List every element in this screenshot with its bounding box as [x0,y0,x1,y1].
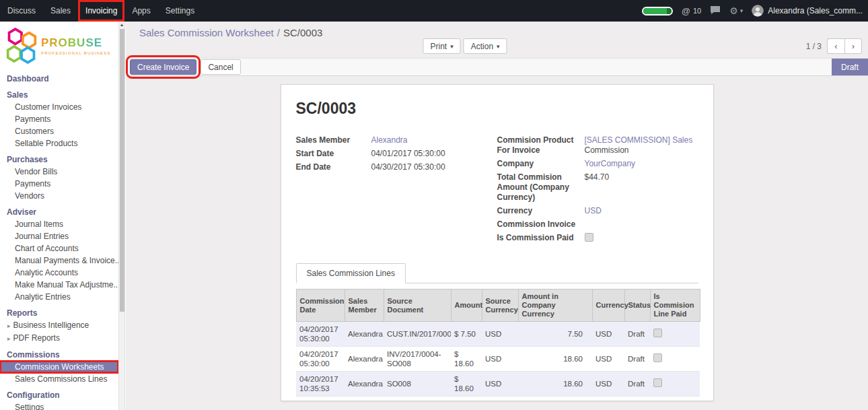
cell-member: Alexandra [345,372,384,397]
cell-source-currency: USD [482,347,518,372]
scroll-up-icon[interactable]: ▲ [119,22,124,28]
user-menu[interactable]: Alexandra (Sales_comm... [752,5,863,17]
sidebar-item-chart-of-accounts[interactable]: Chart of Accounts [0,242,118,254]
cell-status: Draft [624,347,650,372]
sidebar-item-payments-purchases[interactable]: Payments [0,178,118,190]
cell-document: INV/2017/0004-SO008 [384,347,451,372]
cell-date: 04/20/2017 10:35:53 [296,372,345,397]
breadcrumb: Sales Commission Worksheet/SC/0003 [139,27,322,38]
sidebar-item-commission-worksheets[interactable]: Commission Worksheets [0,361,118,373]
end-date-label: End Date [296,162,363,172]
sidebar-item-journal-items[interactable]: Journal Items [0,218,118,230]
breadcrumb-parent[interactable]: Sales Commission Worksheet [139,27,274,38]
cell-source-currency: USD [482,322,518,347]
cell-date: 04/20/2017 05:30:00 [296,322,345,347]
sidebar-item-sales-commissions-lines[interactable]: Sales Commissions Lines [0,373,118,385]
company-link[interactable]: YourCompany [585,159,636,168]
control-panel: Sales Commission Worksheet/SC/0003 Print… [126,22,868,58]
header-currency: Currency [592,289,624,322]
chat-icon[interactable] [710,5,721,17]
currency-link[interactable]: USD [585,206,602,215]
print-button[interactable]: Print ▾ [423,38,461,54]
planner-progress-fill [643,8,672,14]
create-invoice-button[interactable]: Create Invoice [130,59,196,75]
cell-currency: USD [592,372,624,397]
total-commission-value: $44.70 [585,172,698,203]
sidebar-item-dashboard[interactable]: Dashboard [0,72,118,85]
sidebar: PROBUSE PROFESSIONAL BUSINESS Dashboard … [0,22,125,410]
is-commission-paid-label: Is Commission Paid [497,233,577,244]
field-groups: Sales Member Alexandra Start Date 04/01/… [296,135,698,244]
user-name: Alexandra (Sales_comm... [768,6,863,15]
cell-source-currency: USD [482,372,518,397]
control-panel-buttons: Print ▾ Action ▾ [423,38,507,54]
sidebar-section-reports[interactable]: Reports [0,306,118,319]
sidebar-item-sellable-products[interactable]: Sellable Products [0,137,118,149]
table-row[interactable]: 04/20/2017 05:30:00 Alexandra CUST.IN/20… [296,322,700,347]
pager-value: 1 / 3 [806,42,822,51]
sidebar-item-settings[interactable]: Settings [0,401,118,410]
sidebar-item-analytic-entries[interactable]: Analytic Entries [0,291,118,303]
debug-menu-button[interactable]: ⚙ ▾ [729,5,743,16]
sidebar-section-commissions[interactable]: Commissions [0,348,118,361]
company-label: Company [497,159,577,169]
pager-previous-button[interactable]: ‹ [827,38,844,54]
sidebar-item-journal-entries[interactable]: Journal Entries [0,230,118,242]
sidebar-item-customer-invoices[interactable]: Customer Invoices [0,101,118,113]
sidebar-item-vendor-bills[interactable]: Vendor Bills [0,166,118,178]
sidebar-item-manual-payments-invoice[interactable]: Manual Payments & Invoice... [0,254,118,267]
tab-sales-commission-lines[interactable]: Sales Commission Lines [296,263,406,283]
field-group-left: Sales Member Alexandra Start Date 04/01/… [296,135,497,244]
commission-product-link[interactable]: [SALES COMMISSION] Sales [585,135,693,145]
sidebar-item-make-manual-tax-adjustments[interactable]: Make Manual Tax Adjustme... [0,279,118,291]
header-commission-date: Commission Date [296,289,345,322]
menu-discuss[interactable]: Discuss [0,0,43,22]
sidebar-section-sales[interactable]: Sales [0,88,118,101]
cell-status: Draft [624,322,650,347]
header-source-document: Source Document [384,289,451,322]
probuse-hexagons-icon [5,27,38,65]
commission-product-value: [SALES COMMISSION] Sales Commission [585,135,698,156]
pager-next-button[interactable]: › [844,38,862,54]
form-view: SC/0003 Sales Member Alexandra Start Dat… [126,77,868,410]
sidebar-item-business-intelligence[interactable]: ▸Business Intelligence [0,319,118,332]
cell-amount: $ 18.60 [451,347,482,372]
at-sign-icon: @ [682,6,690,16]
menu-sales[interactable]: Sales [43,0,78,22]
sidebar-item-vendors[interactable]: Vendors [0,190,118,202]
menu-apps[interactable]: Apps [124,0,157,22]
sidebar-item-label: PDF Reports [13,333,60,343]
brand-tagline: PROFESSIONAL BUSINESS [41,51,111,55]
cell-status: Draft [624,372,650,397]
header-source-currency: Source Currency [482,289,518,322]
sidebar-item-customers[interactable]: Customers [0,125,118,137]
scrollbar-thumb[interactable] [120,29,124,312]
sidebar-item-payments-sales[interactable]: Payments [0,113,118,125]
cell-document: CUST.IN/2017/0001 [384,322,451,347]
status-badge: Draft [832,59,868,75]
menu-settings[interactable]: Settings [158,0,202,22]
sidebar-section-purchases[interactable]: Purchases [0,153,118,166]
menu-invoicing[interactable]: Invoicing [78,0,124,22]
currency-label: Currency [497,206,577,216]
sales-member-link[interactable]: Alexandra [371,135,408,145]
is-commission-paid-checkbox [585,233,593,242]
table-row[interactable]: 04/20/2017 10:35:53 Alexandra SO008 $ 18… [296,372,700,397]
probuse-logo: PROBUSE PROFESSIONAL BUSINESS [0,22,124,69]
expand-arrow-icon: ▸ [7,335,11,342]
sidebar-item-pdf-reports[interactable]: ▸PDF Reports [0,332,118,345]
action-button[interactable]: Action ▾ [464,38,507,54]
cell-member: Alexandra [345,347,384,372]
sidebar-section-adviser[interactable]: Adviser [0,205,118,218]
planner-progress-icon[interactable] [642,7,673,15]
sidebar-item-analytic-accounts[interactable]: Analytic Accounts [0,267,118,279]
commission-invoice-label: Commission Invoice [497,219,577,230]
table-row[interactable]: 04/20/2017 05:30:00 Alexandra INV/2017/0… [296,347,700,372]
caret-down-icon: ▾ [450,43,454,50]
sidebar-section-configuration[interactable]: Configuration [0,388,118,401]
activities-button[interactable]: @ 10 [682,6,701,16]
commission-invoice-value [585,219,698,230]
caret-down-icon: ▾ [740,7,744,14]
cell-amount: $ 18.60 [451,372,482,397]
cancel-button[interactable]: Cancel [201,59,240,75]
